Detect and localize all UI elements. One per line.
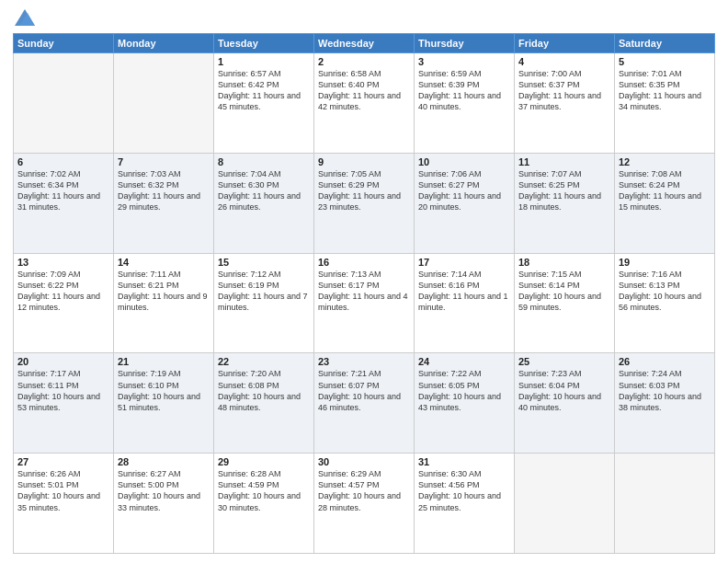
- day-info: Sunrise: 7:03 AMSunset: 6:32 PMDaylight:…: [118, 168, 210, 213]
- day-number: 5: [619, 56, 711, 67]
- calendar-header-thursday: Thursday: [415, 34, 515, 53]
- day-number: 10: [418, 156, 510, 167]
- day-number: 3: [418, 56, 510, 67]
- day-info: Sunrise: 7:13 AMSunset: 6:17 PMDaylight:…: [318, 269, 410, 314]
- calendar-cell: 4Sunrise: 7:00 AMSunset: 6:37 PMDaylight…: [515, 53, 615, 154]
- day-info: Sunrise: 6:26 AMSunset: 5:01 PMDaylight:…: [17, 468, 109, 513]
- day-info: Sunrise: 7:19 AMSunset: 6:10 PMDaylight:…: [118, 368, 210, 413]
- calendar-cell: 24Sunrise: 7:22 AMSunset: 6:05 PMDayligh…: [415, 353, 515, 454]
- calendar-cell: 2Sunrise: 6:58 AMSunset: 6:40 PMDaylight…: [314, 53, 415, 154]
- logo: [13, 9, 35, 26]
- calendar-cell: 28Sunrise: 6:27 AMSunset: 5:00 PMDayligh…: [114, 454, 214, 554]
- day-info: Sunrise: 7:20 AMSunset: 6:08 PMDaylight:…: [218, 368, 310, 413]
- calendar-header-wednesday: Wednesday: [314, 34, 415, 53]
- calendar-cell: [14, 53, 114, 154]
- calendar-week-row: 20Sunrise: 7:17 AMSunset: 6:11 PMDayligh…: [14, 353, 715, 454]
- day-number: 28: [118, 456, 210, 467]
- day-info: Sunrise: 7:21 AMSunset: 6:07 PMDaylight:…: [318, 368, 410, 413]
- calendar-cell: 9Sunrise: 7:05 AMSunset: 6:29 PMDaylight…: [314, 153, 415, 253]
- calendar-cell: 7Sunrise: 7:03 AMSunset: 6:32 PMDaylight…: [114, 153, 214, 253]
- day-info: Sunrise: 7:09 AMSunset: 6:22 PMDaylight:…: [17, 269, 109, 314]
- calendar-cell: 15Sunrise: 7:12 AMSunset: 6:19 PMDayligh…: [214, 253, 314, 353]
- calendar-cell: 31Sunrise: 6:30 AMSunset: 4:56 PMDayligh…: [415, 454, 515, 554]
- day-number: 20: [17, 356, 109, 367]
- day-info: Sunrise: 7:17 AMSunset: 6:11 PMDaylight:…: [17, 368, 109, 413]
- day-info: Sunrise: 7:00 AMSunset: 6:37 PMDaylight:…: [518, 68, 610, 113]
- day-number: 11: [518, 156, 610, 167]
- calendar-cell: 27Sunrise: 6:26 AMSunset: 5:01 PMDayligh…: [14, 454, 114, 554]
- day-number: 21: [118, 356, 210, 367]
- calendar-cell: 29Sunrise: 6:28 AMSunset: 4:59 PMDayligh…: [214, 454, 314, 554]
- page: SundayMondayTuesdayWednesdayThursdayFrid…: [0, 0, 728, 563]
- day-number: 26: [619, 356, 711, 367]
- day-info: Sunrise: 6:27 AMSunset: 5:00 PMDaylight:…: [118, 468, 210, 513]
- day-info: Sunrise: 7:05 AMSunset: 6:29 PMDaylight:…: [318, 168, 410, 213]
- calendar-cell: 30Sunrise: 6:29 AMSunset: 4:57 PMDayligh…: [314, 454, 415, 554]
- day-number: 23: [318, 356, 410, 367]
- day-info: Sunrise: 7:04 AMSunset: 6:30 PMDaylight:…: [218, 168, 310, 213]
- calendar-header-sunday: Sunday: [14, 34, 114, 53]
- day-number: 29: [218, 456, 310, 467]
- day-number: 30: [318, 456, 410, 467]
- calendar-cell: 25Sunrise: 7:23 AMSunset: 6:04 PMDayligh…: [515, 353, 615, 454]
- day-info: Sunrise: 7:11 AMSunset: 6:21 PMDaylight:…: [118, 269, 210, 314]
- day-info: Sunrise: 6:59 AMSunset: 6:39 PMDaylight:…: [418, 68, 510, 113]
- calendar-cell: 22Sunrise: 7:20 AMSunset: 6:08 PMDayligh…: [214, 353, 314, 454]
- calendar-table: SundayMondayTuesdayWednesdayThursdayFrid…: [13, 33, 715, 554]
- day-number: 6: [17, 156, 109, 167]
- calendar-cell: 19Sunrise: 7:16 AMSunset: 6:13 PMDayligh…: [615, 253, 715, 353]
- day-number: 22: [218, 356, 310, 367]
- calendar-cell: 8Sunrise: 7:04 AMSunset: 6:30 PMDaylight…: [214, 153, 314, 253]
- calendar-week-row: 13Sunrise: 7:09 AMSunset: 6:22 PMDayligh…: [14, 253, 715, 353]
- calendar-cell: 3Sunrise: 6:59 AMSunset: 6:39 PMDaylight…: [415, 53, 515, 154]
- calendar-cell: 11Sunrise: 7:07 AMSunset: 6:25 PMDayligh…: [515, 153, 615, 253]
- calendar-cell: [114, 53, 214, 154]
- calendar-header-tuesday: Tuesday: [214, 34, 314, 53]
- day-info: Sunrise: 7:15 AMSunset: 6:14 PMDaylight:…: [518, 269, 610, 314]
- day-info: Sunrise: 7:24 AMSunset: 6:03 PMDaylight:…: [619, 368, 711, 413]
- day-number: 17: [418, 257, 510, 268]
- day-info: Sunrise: 6:57 AMSunset: 6:42 PMDaylight:…: [218, 68, 310, 113]
- calendar-week-row: 27Sunrise: 6:26 AMSunset: 5:01 PMDayligh…: [14, 454, 715, 554]
- calendar-cell: 20Sunrise: 7:17 AMSunset: 6:11 PMDayligh…: [14, 353, 114, 454]
- day-info: Sunrise: 7:16 AMSunset: 6:13 PMDaylight:…: [619, 269, 711, 314]
- calendar-cell: 18Sunrise: 7:15 AMSunset: 6:14 PMDayligh…: [515, 253, 615, 353]
- calendar-cell: 13Sunrise: 7:09 AMSunset: 6:22 PMDayligh…: [14, 253, 114, 353]
- day-number: 1: [218, 56, 310, 67]
- day-number: 31: [418, 456, 510, 467]
- day-info: Sunrise: 7:01 AMSunset: 6:35 PMDaylight:…: [619, 68, 711, 113]
- day-info: Sunrise: 7:07 AMSunset: 6:25 PMDaylight:…: [518, 168, 610, 213]
- calendar-header-friday: Friday: [515, 34, 615, 53]
- day-number: 18: [518, 257, 610, 268]
- calendar-cell: 5Sunrise: 7:01 AMSunset: 6:35 PMDaylight…: [615, 53, 715, 154]
- day-number: 25: [518, 356, 610, 367]
- header: [13, 9, 715, 26]
- day-info: Sunrise: 6:29 AMSunset: 4:57 PMDaylight:…: [318, 468, 410, 513]
- day-info: Sunrise: 7:08 AMSunset: 6:24 PMDaylight:…: [619, 168, 711, 213]
- day-info: Sunrise: 7:22 AMSunset: 6:05 PMDaylight:…: [418, 368, 510, 413]
- calendar-cell: [615, 454, 715, 554]
- day-number: 12: [619, 156, 711, 167]
- calendar-cell: 1Sunrise: 6:57 AMSunset: 6:42 PMDaylight…: [214, 53, 314, 154]
- calendar-cell: 12Sunrise: 7:08 AMSunset: 6:24 PMDayligh…: [615, 153, 715, 253]
- day-number: 19: [619, 257, 711, 268]
- calendar-cell: 6Sunrise: 7:02 AMSunset: 6:34 PMDaylight…: [14, 153, 114, 253]
- calendar-cell: 16Sunrise: 7:13 AMSunset: 6:17 PMDayligh…: [314, 253, 415, 353]
- day-info: Sunrise: 7:14 AMSunset: 6:16 PMDaylight:…: [418, 269, 510, 314]
- day-number: 16: [318, 257, 410, 268]
- calendar-header-saturday: Saturday: [615, 34, 715, 53]
- day-number: 9: [318, 156, 410, 167]
- day-number: 7: [118, 156, 210, 167]
- calendar-cell: 14Sunrise: 7:11 AMSunset: 6:21 PMDayligh…: [114, 253, 214, 353]
- calendar-cell: 26Sunrise: 7:24 AMSunset: 6:03 PMDayligh…: [615, 353, 715, 454]
- calendar-cell: 23Sunrise: 7:21 AMSunset: 6:07 PMDayligh…: [314, 353, 415, 454]
- day-info: Sunrise: 7:02 AMSunset: 6:34 PMDaylight:…: [17, 168, 109, 213]
- calendar-cell: 17Sunrise: 7:14 AMSunset: 6:16 PMDayligh…: [415, 253, 515, 353]
- day-info: Sunrise: 6:28 AMSunset: 4:59 PMDaylight:…: [218, 468, 310, 513]
- day-number: 4: [518, 56, 610, 67]
- day-number: 13: [17, 257, 109, 268]
- day-info: Sunrise: 7:06 AMSunset: 6:27 PMDaylight:…: [418, 168, 510, 213]
- day-number: 8: [218, 156, 310, 167]
- day-number: 2: [318, 56, 410, 67]
- calendar-week-row: 6Sunrise: 7:02 AMSunset: 6:34 PMDaylight…: [14, 153, 715, 253]
